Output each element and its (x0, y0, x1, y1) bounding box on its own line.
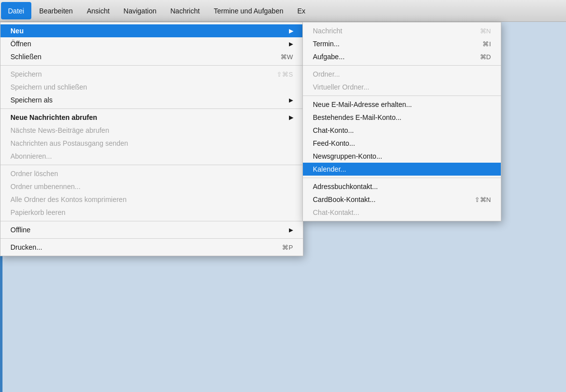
submenu-item-cardbook[interactable]: CardBook-Kontakt... ⇧⌘N (303, 193, 501, 206)
menu-item-offnen-label: Öffnen (10, 40, 279, 48)
menubar-item-navigation[interactable]: Navigation (116, 0, 163, 21)
right-separator-1 (303, 65, 501, 66)
submenu-item-termin[interactable]: Termin... ⌘I (303, 37, 501, 50)
submenu-item-nachricht[interactable]: Nachricht ⌘N (303, 24, 501, 37)
submenu-adressbuch-label: Adressbuchkontakt... (313, 183, 491, 191)
submenu-nachricht-shortcut: ⌘N (480, 27, 491, 35)
submenu-bestehendes-email-label: Bestehendes E-Mail-Konto... (313, 113, 491, 121)
menu-item-nachste-news-label: Nächste News-Beiträge abrufen (10, 126, 293, 134)
menubar-label-navigation: Navigation (123, 7, 156, 15)
submenu-neue-email-label: Neue E-Mail-Adresse erhalten... (313, 100, 491, 108)
menubar-label-bearbeiten: Bearbeiten (39, 7, 73, 15)
menu-item-nachrichten-senden-label: Nachrichten aus Postausgang senden (10, 139, 293, 147)
menu-item-ordner-umbenennen[interactable]: Ordner umbenennen... (0, 180, 303, 193)
menubar-label-datei: Datei (8, 7, 24, 15)
submenu-termin-shortcut: ⌘I (482, 40, 491, 48)
neu-submenu: Nachricht ⌘N Termin... ⌘I Aufgabe... ⌘D … (302, 22, 501, 221)
menu-item-neue-nachrichten-label: Neue Nachrichten abrufen (10, 113, 279, 121)
menu-item-nachrichten-senden[interactable]: Nachrichten aus Postausgang senden (0, 137, 303, 150)
menu-item-neu-label: Neu (10, 27, 279, 35)
submenu-aufgabe-label: Aufgabe... (313, 53, 460, 61)
menubar-item-extras[interactable]: Ex (290, 0, 312, 21)
submenu-aufgabe-shortcut: ⌘D (480, 53, 491, 61)
schliessen-shortcut: ⌘W (281, 53, 293, 61)
submenu-item-chat-konto[interactable]: Chat-Konto... (303, 124, 501, 137)
menubar-item-bearbeiten[interactable]: Bearbeiten (32, 0, 80, 21)
menubar-item-ansicht[interactable]: Ansicht (80, 0, 116, 21)
menubar: Datei Bearbeiten Ansicht Navigation Nach… (0, 0, 566, 22)
submenu-ordner-label: Ordner... (313, 70, 491, 78)
menu-item-abonnieren-label: Abonnieren... (10, 152, 293, 160)
separator-3 (0, 165, 303, 165)
menu-item-alle-ordner-label: Alle Ordner des Kontos komprimieren (10, 196, 293, 203)
submenu-item-kalender[interactable]: Kalender... (303, 163, 501, 176)
menubar-label-termine: Termine und Aufgaben (214, 7, 283, 15)
menu-item-abonnieren[interactable]: Abonnieren... (0, 150, 303, 163)
separator-4 (0, 221, 303, 221)
menubar-item-datei[interactable]: Datei (1, 2, 31, 19)
menu-item-alle-ordner[interactable]: Alle Ordner des Kontos komprimieren (0, 193, 303, 206)
menu-item-ordner-umbenennen-label: Ordner umbenennen... (10, 183, 293, 191)
separator-2 (0, 108, 303, 109)
right-separator-2 (303, 96, 501, 96)
submenu-item-virtueller-ordner[interactable]: Virtueller Ordner... (303, 81, 501, 94)
menu-item-drucken-label: Drucken... (10, 243, 262, 251)
menu-item-offline[interactable]: Offline ▶ (0, 223, 303, 236)
menu-item-speichern-label: Speichern (10, 70, 257, 78)
menu-item-drucken[interactable]: Drucken... ⌘P (0, 241, 303, 254)
menu-item-offline-label: Offline (10, 226, 279, 234)
menu-item-papierkorb[interactable]: Papierkorb leeren (0, 206, 303, 219)
submenu-cardbook-shortcut: ⇧⌘N (474, 196, 491, 203)
submenu-item-adressbuch[interactable]: Adressbuchkontakt... (303, 180, 501, 193)
submenu-chat-kontakt-label: Chat-Kontakt... (313, 208, 491, 216)
menu-item-speichern[interactable]: Speichern ⇧⌘S (0, 68, 303, 81)
menu-item-schliessen-label: Schließen (10, 53, 261, 61)
menubar-item-nachricht[interactable]: Nachricht (163, 0, 206, 21)
menubar-label-ansicht: Ansicht (87, 7, 109, 15)
submenu-item-ordner[interactable]: Ordner... (303, 68, 501, 81)
menu-item-nachste-news[interactable]: Nächste News-Beiträge abrufen (0, 124, 303, 137)
menu-item-speichern-schliessen-label: Speichern und schließen (10, 83, 293, 91)
datei-menu: Neu ▶ Öffnen ▶ Schließen ⌘W Speichern ⇧⌘… (0, 22, 303, 256)
separator-5 (0, 238, 303, 239)
neue-nachrichten-arrow: ▶ (289, 114, 293, 121)
menu-item-schliessen[interactable]: Schließen ⌘W (0, 50, 303, 63)
submenu-item-feed-konto[interactable]: Feed-Konto... (303, 137, 501, 150)
submenu-virtueller-ordner-label: Virtueller Ordner... (313, 83, 491, 91)
submenu-item-chat-kontakt[interactable]: Chat-Kontakt... (303, 206, 501, 219)
menu-item-neu[interactable]: Neu ▶ (0, 24, 303, 37)
menubar-label-extras: Ex (297, 7, 305, 15)
submenu-item-neue-email[interactable]: Neue E-Mail-Adresse erhalten... (303, 98, 501, 111)
speichern-als-arrow: ▶ (289, 97, 293, 103)
submenu-chat-konto-label: Chat-Konto... (313, 126, 491, 134)
right-separator-3 (303, 178, 501, 178)
menu-item-offnen[interactable]: Öffnen ▶ (0, 37, 303, 50)
submenu-kalender-label: Kalender... (313, 165, 491, 173)
offline-arrow: ▶ (289, 227, 293, 233)
separator-1 (0, 65, 303, 66)
menubar-item-termine[interactable]: Termine und Aufgaben (207, 0, 290, 21)
submenu-feed-konto-label: Feed-Konto... (313, 139, 491, 147)
menu-item-neue-nachrichten[interactable]: Neue Nachrichten abrufen ▶ (0, 111, 303, 124)
submenu-nachricht-label: Nachricht (313, 27, 460, 35)
submenu-newsgruppen-konto-label: Newsgruppen-Konto... (313, 152, 491, 160)
neu-arrow: ▶ (289, 28, 293, 34)
menu-item-speichern-schliessen[interactable]: Speichern und schließen (0, 81, 303, 94)
menu-item-ordner-loschen-label: Ordner löschen (10, 170, 293, 178)
drucken-shortcut: ⌘P (282, 244, 293, 251)
menu-item-ordner-loschen[interactable]: Ordner löschen (0, 167, 303, 180)
submenu-cardbook-label: CardBook-Kontakt... (313, 196, 455, 203)
submenu-item-newsgruppen-konto[interactable]: Newsgruppen-Konto... (303, 150, 501, 163)
menu-item-speichern-als[interactable]: Speichern als ▶ (0, 94, 303, 106)
offnen-arrow: ▶ (289, 41, 293, 47)
submenu-termin-label: Termin... (313, 40, 463, 48)
menu-item-papierkorb-label: Papierkorb leeren (10, 208, 293, 216)
menu-item-speichern-als-label: Speichern als (10, 96, 279, 104)
submenu-item-bestehendes-email[interactable]: Bestehendes E-Mail-Konto... (303, 111, 501, 124)
submenu-item-aufgabe[interactable]: Aufgabe... ⌘D (303, 50, 501, 63)
menubar-label-nachricht: Nachricht (170, 7, 199, 15)
speichern-shortcut: ⇧⌘S (277, 71, 293, 78)
